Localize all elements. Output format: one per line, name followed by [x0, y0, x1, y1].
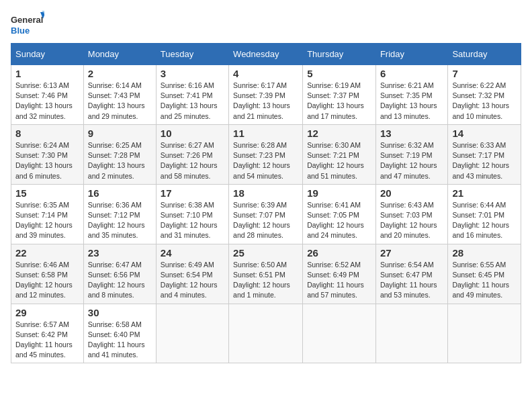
calendar-day-cell: 2Sunrise: 6:14 AM Sunset: 7:43 PM Daylig…	[83, 65, 156, 125]
day-of-week-header: Monday	[83, 44, 156, 65]
calendar-day-cell: 12Sunrise: 6:30 AM Sunset: 7:21 PM Dayli…	[303, 124, 376, 184]
day-info: Sunrise: 6:58 AM Sunset: 6:40 PM Dayligh…	[88, 320, 152, 361]
calendar-day-cell: 23Sunrise: 6:47 AM Sunset: 6:56 PM Dayli…	[83, 244, 156, 304]
day-info: Sunrise: 6:22 AM Sunset: 7:32 PM Dayligh…	[452, 81, 517, 122]
calendar-day-cell: 19Sunrise: 6:41 AM Sunset: 7:05 PM Dayli…	[303, 184, 376, 244]
calendar-day-cell: 6Sunrise: 6:21 AM Sunset: 7:35 PM Daylig…	[375, 65, 448, 125]
day-number: 5	[307, 68, 371, 79]
day-of-week-header: Tuesday	[156, 44, 228, 65]
day-info: Sunrise: 6:57 AM Sunset: 6:42 PM Dayligh…	[15, 320, 79, 361]
day-info: Sunrise: 6:19 AM Sunset: 7:37 PM Dayligh…	[307, 81, 371, 122]
calendar-week-row: 15Sunrise: 6:35 AM Sunset: 7:14 PM Dayli…	[11, 184, 521, 244]
day-number: 10	[161, 128, 224, 139]
calendar-week-row: 29Sunrise: 6:57 AM Sunset: 6:42 PM Dayli…	[11, 304, 521, 363]
calendar-day-cell	[303, 304, 376, 363]
calendar-day-cell: 21Sunrise: 6:44 AM Sunset: 7:01 PM Dayli…	[448, 184, 521, 244]
day-of-week-header: Friday	[375, 44, 448, 65]
calendar-week-row: 22Sunrise: 6:46 AM Sunset: 6:58 PM Dayli…	[11, 244, 521, 304]
day-info: Sunrise: 6:25 AM Sunset: 7:28 PM Dayligh…	[88, 140, 152, 181]
day-number: 4	[233, 68, 298, 79]
calendar-day-cell: 3Sunrise: 6:16 AM Sunset: 7:41 PM Daylig…	[156, 65, 228, 125]
day-info: Sunrise: 6:55 AM Sunset: 6:45 PM Dayligh…	[452, 260, 517, 301]
day-number: 6	[380, 68, 444, 79]
svg-text:Blue: Blue	[11, 26, 30, 36]
svg-text:General: General	[11, 15, 43, 25]
calendar-day-cell: 28Sunrise: 6:55 AM Sunset: 6:45 PM Dayli…	[448, 244, 521, 304]
day-number: 23	[88, 247, 152, 259]
day-number: 19	[307, 187, 371, 199]
day-info: Sunrise: 6:33 AM Sunset: 7:17 PM Dayligh…	[452, 140, 517, 181]
day-number: 9	[88, 128, 152, 139]
calendar-day-cell	[156, 304, 228, 363]
calendar-day-cell: 30Sunrise: 6:58 AM Sunset: 6:40 PM Dayli…	[83, 304, 156, 363]
calendar-day-cell: 5Sunrise: 6:19 AM Sunset: 7:37 PM Daylig…	[303, 65, 376, 125]
day-number: 17	[161, 187, 224, 199]
day-number: 7	[452, 68, 517, 79]
logo: General Blue	[11, 11, 44, 38]
page-header: General Blue	[11, 11, 521, 38]
calendar-day-cell: 1Sunrise: 6:13 AM Sunset: 7:46 PM Daylig…	[11, 65, 84, 125]
day-info: Sunrise: 6:44 AM Sunset: 7:01 PM Dayligh…	[452, 200, 517, 241]
day-info: Sunrise: 6:46 AM Sunset: 6:58 PM Dayligh…	[15, 260, 79, 301]
calendar-day-cell	[375, 304, 448, 363]
day-number: 21	[452, 187, 517, 199]
calendar-day-cell: 26Sunrise: 6:52 AM Sunset: 6:49 PM Dayli…	[303, 244, 376, 304]
calendar-day-cell: 9Sunrise: 6:25 AM Sunset: 7:28 PM Daylig…	[83, 124, 156, 184]
day-number: 18	[233, 187, 298, 199]
day-info: Sunrise: 6:52 AM Sunset: 6:49 PM Dayligh…	[307, 260, 371, 301]
day-number: 3	[161, 68, 224, 79]
calendar-day-cell: 10Sunrise: 6:27 AM Sunset: 7:26 PM Dayli…	[156, 124, 228, 184]
calendar-day-cell: 13Sunrise: 6:32 AM Sunset: 7:19 PM Dayli…	[375, 124, 448, 184]
day-number: 24	[161, 247, 224, 259]
day-info: Sunrise: 6:17 AM Sunset: 7:39 PM Dayligh…	[233, 81, 298, 122]
day-info: Sunrise: 6:21 AM Sunset: 7:35 PM Dayligh…	[380, 81, 444, 122]
day-number: 15	[15, 187, 79, 199]
day-number: 16	[88, 187, 152, 199]
day-info: Sunrise: 6:49 AM Sunset: 6:54 PM Dayligh…	[161, 260, 224, 301]
day-number: 14	[452, 128, 517, 139]
calendar-week-row: 8Sunrise: 6:24 AM Sunset: 7:30 PM Daylig…	[11, 124, 521, 184]
day-info: Sunrise: 6:41 AM Sunset: 7:05 PM Dayligh…	[307, 200, 371, 241]
calendar-day-cell: 7Sunrise: 6:22 AM Sunset: 7:32 PM Daylig…	[448, 65, 521, 125]
day-number: 11	[233, 128, 298, 139]
day-number: 2	[88, 68, 152, 79]
calendar-day-cell: 22Sunrise: 6:46 AM Sunset: 6:58 PM Dayli…	[11, 244, 84, 304]
calendar-day-cell: 16Sunrise: 6:36 AM Sunset: 7:12 PM Dayli…	[83, 184, 156, 244]
day-info: Sunrise: 6:50 AM Sunset: 6:51 PM Dayligh…	[233, 260, 298, 301]
calendar-day-cell: 29Sunrise: 6:57 AM Sunset: 6:42 PM Dayli…	[11, 304, 84, 363]
logo-svg: General Blue	[11, 11, 44, 38]
day-number: 12	[307, 128, 371, 139]
calendar-day-cell: 18Sunrise: 6:39 AM Sunset: 7:07 PM Dayli…	[229, 184, 303, 244]
day-number: 20	[380, 187, 444, 199]
calendar-day-cell: 20Sunrise: 6:43 AM Sunset: 7:03 PM Dayli…	[375, 184, 448, 244]
day-of-week-header: Sunday	[11, 44, 84, 65]
calendar-week-row: 1Sunrise: 6:13 AM Sunset: 7:46 PM Daylig…	[11, 65, 521, 125]
day-info: Sunrise: 6:54 AM Sunset: 6:47 PM Dayligh…	[380, 260, 444, 301]
day-info: Sunrise: 6:13 AM Sunset: 7:46 PM Dayligh…	[15, 81, 79, 122]
calendar-day-cell: 4Sunrise: 6:17 AM Sunset: 7:39 PM Daylig…	[229, 65, 303, 125]
day-info: Sunrise: 6:28 AM Sunset: 7:23 PM Dayligh…	[233, 140, 298, 181]
day-info: Sunrise: 6:16 AM Sunset: 7:41 PM Dayligh…	[161, 81, 224, 122]
calendar-day-cell: 17Sunrise: 6:38 AM Sunset: 7:10 PM Dayli…	[156, 184, 228, 244]
day-number: 8	[15, 128, 79, 139]
calendar-table: SundayMondayTuesdayWednesdayThursdayFrid…	[11, 43, 521, 363]
day-of-week-header: Saturday	[448, 44, 521, 65]
day-number: 26	[307, 247, 371, 259]
calendar-day-cell: 8Sunrise: 6:24 AM Sunset: 7:30 PM Daylig…	[11, 124, 84, 184]
calendar-day-cell	[229, 304, 303, 363]
day-number: 28	[452, 247, 517, 259]
calendar-day-cell: 14Sunrise: 6:33 AM Sunset: 7:17 PM Dayli…	[448, 124, 521, 184]
calendar-header-row: SundayMondayTuesdayWednesdayThursdayFrid…	[11, 44, 521, 65]
calendar-day-cell: 15Sunrise: 6:35 AM Sunset: 7:14 PM Dayli…	[11, 184, 84, 244]
day-info: Sunrise: 6:14 AM Sunset: 7:43 PM Dayligh…	[88, 81, 152, 122]
day-info: Sunrise: 6:36 AM Sunset: 7:12 PM Dayligh…	[88, 200, 152, 241]
calendar-day-cell: 11Sunrise: 6:28 AM Sunset: 7:23 PM Dayli…	[229, 124, 303, 184]
day-info: Sunrise: 6:35 AM Sunset: 7:14 PM Dayligh…	[15, 200, 79, 241]
day-number: 13	[380, 128, 444, 139]
day-info: Sunrise: 6:39 AM Sunset: 7:07 PM Dayligh…	[233, 200, 298, 241]
day-number: 25	[233, 247, 298, 259]
day-info: Sunrise: 6:47 AM Sunset: 6:56 PM Dayligh…	[88, 260, 152, 301]
calendar-day-cell: 25Sunrise: 6:50 AM Sunset: 6:51 PM Dayli…	[229, 244, 303, 304]
day-info: Sunrise: 6:43 AM Sunset: 7:03 PM Dayligh…	[380, 200, 444, 241]
day-number: 27	[380, 247, 444, 259]
